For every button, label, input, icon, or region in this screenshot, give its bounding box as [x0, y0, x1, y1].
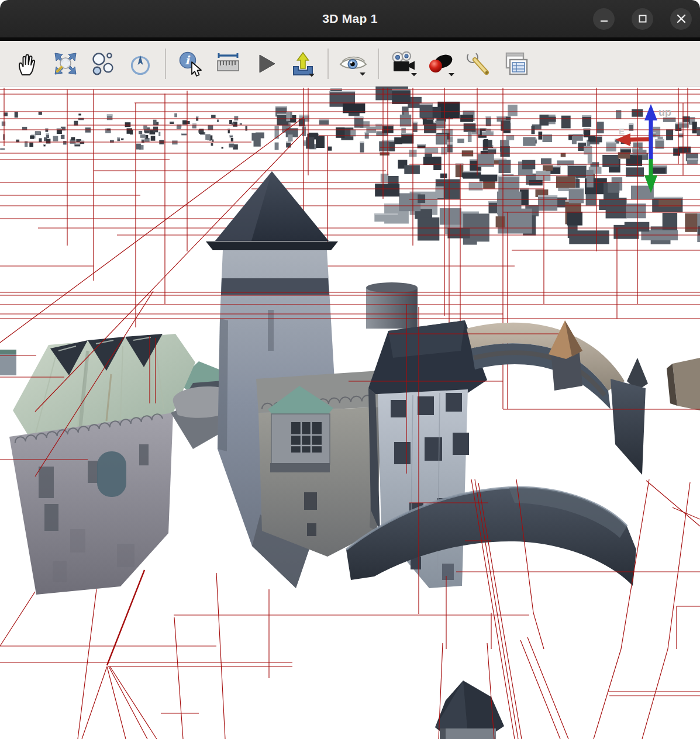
- minimize-icon: [599, 14, 609, 23]
- toolbar-separator: [165, 49, 166, 79]
- zoom-extents-icon: [52, 50, 79, 77]
- measure-tool-button[interactable]: [213, 46, 243, 82]
- report-button[interactable]: [501, 46, 531, 82]
- castle-3d-model: [0, 171, 700, 739]
- pan-hand-icon: [15, 50, 42, 77]
- export-button[interactable]: [288, 46, 318, 82]
- minimize-button[interactable]: [593, 8, 615, 30]
- wrench-icon: [464, 50, 492, 77]
- identify-cursor-icon: i: [177, 50, 204, 77]
- play-icon: [252, 50, 279, 77]
- movie-camera-icon: [389, 50, 418, 77]
- scale-circles-button[interactable]: [88, 46, 118, 82]
- window-controls: [593, 0, 692, 37]
- close-icon: [677, 14, 686, 23]
- axis-east-label: E: [619, 126, 625, 136]
- titlebar[interactable]: 3D Map 1: [0, 0, 700, 41]
- toolbar: i: [0, 41, 700, 87]
- maximize-icon: [638, 14, 647, 23]
- distant-city-skyline: [0, 87, 700, 153]
- eye-icon: [339, 50, 368, 77]
- toolbar-separator: [378, 49, 379, 79]
- ruler-icon: [215, 50, 242, 77]
- scene-3d[interactable]: up E: [0, 87, 700, 739]
- export-tray-icon: [289, 50, 316, 77]
- compass-button[interactable]: [125, 46, 156, 82]
- fly-mode-button[interactable]: [426, 46, 456, 82]
- axis-up-label: up: [658, 106, 671, 118]
- settings-button[interactable]: [463, 46, 494, 82]
- red-ball-icon: [426, 50, 456, 77]
- circles-icon: [89, 50, 116, 77]
- report-table-icon: [502, 50, 530, 77]
- close-button[interactable]: [670, 8, 692, 30]
- dropdown-arrow-icon: [360, 72, 365, 76]
- compass-icon: [127, 50, 154, 77]
- visibility-button[interactable]: [338, 46, 368, 82]
- dropdown-arrow-icon: [411, 73, 417, 77]
- window-title: 3D Map 1: [322, 12, 378, 26]
- pan-tool-button[interactable]: [13, 46, 43, 82]
- identify-tool-button[interactable]: i: [175, 46, 206, 82]
- zoom-extents-button[interactable]: [50, 46, 81, 82]
- play-button[interactable]: [250, 46, 281, 82]
- toolbar-separator: [327, 49, 329, 79]
- app-window: 3D Map 1: [0, 0, 700, 739]
- map-3d-viewport[interactable]: up E: [0, 87, 700, 739]
- dropdown-arrow-icon: [449, 73, 454, 77]
- maximize-button[interactable]: [632, 8, 653, 30]
- record-camera-button[interactable]: [388, 46, 419, 82]
